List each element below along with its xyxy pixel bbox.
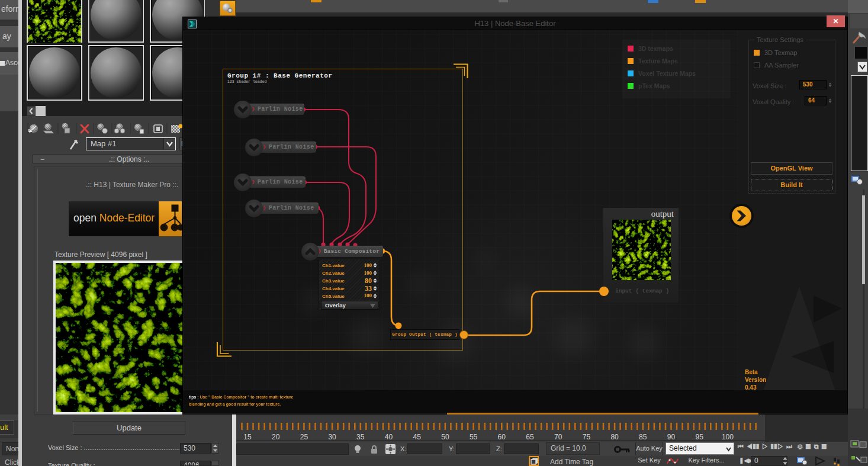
svg-text:60: 60 — [498, 433, 506, 441]
svg-text:100: 100 — [722, 433, 734, 441]
svg-text:30: 30 — [328, 433, 336, 441]
svg-text:55: 55 — [470, 433, 478, 441]
svg-text:65: 65 — [526, 433, 534, 441]
svg-text:25: 25 — [300, 433, 308, 441]
svg-text:90: 90 — [667, 433, 676, 441]
svg-text:15: 15 — [243, 433, 252, 441]
svg-text:85: 85 — [639, 433, 647, 441]
svg-text:40: 40 — [385, 433, 393, 441]
svg-text:95: 95 — [696, 433, 704, 441]
svg-text:70: 70 — [554, 433, 562, 441]
svg-text:45: 45 — [413, 433, 422, 441]
svg-text:35: 35 — [356, 433, 365, 441]
svg-text:50: 50 — [441, 433, 449, 441]
svg-text:75: 75 — [583, 433, 591, 441]
svg-text:80: 80 — [610, 433, 619, 441]
svg-text:20: 20 — [272, 433, 280, 441]
